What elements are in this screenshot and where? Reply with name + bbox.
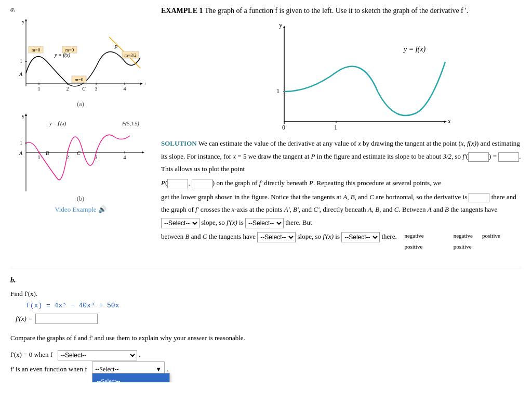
svg-text:A: A [19,150,23,156]
svg-marker-31 [142,151,144,153]
svg-marker-32 [25,113,27,116]
svg-text:4: 4 [124,154,126,160]
fpx-even-label: f' is an even function when f [10,365,87,373]
select-ab-sign[interactable]: --Select-- negative positive [245,218,284,228]
input-x-value[interactable] [468,152,489,162]
svg-text:y = f'(x): y = f'(x) [49,121,66,127]
dropdown-even-menu: --Select-- is increasing is decreasing i… [92,373,170,382]
input-p-x[interactable] [167,179,188,188]
svg-text:x: x [447,117,450,125]
svg-text:1: 1 [38,154,41,160]
svg-text:4: 4 [124,86,126,92]
right-panel: EXAMPLE 1 The graph of a function f is g… [161,5,522,252]
svg-text:B: B [46,150,49,156]
svg-text:C: C [82,86,86,92]
select-ab-slope[interactable]: --Select-- negative positive [161,218,200,228]
main-graph: x y 0 1 1 y = f(x) [232,20,450,130]
figure-b-graph: 1 2 3 4 y x 1 A B C y = f'(x) F [10,111,145,191]
fpx-input[interactable] [35,314,98,324]
solution-label: SOLUTION [161,139,197,147]
svg-text:1: 1 [334,124,337,130]
figure-b-label: (b) [10,195,151,203]
svg-marker-52 [444,121,447,123]
fx-formula: f(x) = 4x⁵ − 40x³ + 50x [26,301,522,309]
dropdown-option-select[interactable]: --Select-- [92,373,169,382]
input-p-y[interactable] [192,179,212,188]
svg-text:y: y [22,19,24,24]
svg-text:1: 1 [38,86,41,92]
part-b-label: b. [10,276,522,284]
fpx-zero-label: f'(x) = 0 when f [10,351,52,358]
figure-a-graph: 1 2 3 4 y x 1 A [10,16,145,97]
svg-text:0: 0 [282,124,285,130]
svg-text:m=3/2: m=3/2 [124,53,137,58]
example-description: The graph of a function f is given to th… [205,7,469,15]
svg-text:P: P [114,44,117,50]
figure-a-label: (a) [10,100,151,108]
select-bc-slope[interactable]: --Select-- negative positive [257,232,296,242]
svg-marker-3 [25,19,27,21]
left-panel: a. 1 2 3 4 y x [10,5,151,252]
svg-text:A: A [19,71,23,77]
select-fpx-zero[interactable]: --Select-- is increasing is decreasing i… [58,350,137,360]
svg-text:F(5,1.5): F(5,1.5) [122,121,139,127]
solution-section: SOLUTION We can estimate the value of th… [161,137,522,252]
find-fpx-label: Find f'(x). [10,290,522,298]
fpx-line: f'(x) = [16,314,522,324]
svg-text:y: y [22,113,24,119]
input-slope-value[interactable] [498,152,519,162]
svg-text:1: 1 [20,140,22,146]
svg-text:m=0: m=0 [75,77,84,82]
dropdown-even-container: --Select-- ▼ --Select-- is increasing is… [92,361,165,377]
svg-text:C: C [77,150,81,156]
svg-marker-2 [140,83,143,85]
svg-text:y: y [279,21,283,29]
main-graph-container: x y 0 1 1 y = f(x) [161,20,522,130]
svg-text:y = f(x): y = f(x) [54,52,71,58]
svg-text:y = f(x): y = f(x) [403,45,425,54]
input-derivative-zero[interactable] [469,193,489,202]
select-bc-sign[interactable]: --Select-- negative positive [341,232,380,242]
fpx-label: f'(x) = [16,315,33,323]
speaker-icon: 🔊 [98,205,107,213]
solution-text1: We can estimate the value of the derivat… [161,139,521,173]
part-b-section: b. Find f'(x). f(x) = 4x⁵ − 40x³ + 50x f… [10,268,522,377]
svg-text:1: 1 [20,58,22,64]
example-header: EXAMPLE 1 The graph of a function f is g… [161,5,522,16]
svg-text:m=0: m=0 [32,47,41,53]
svg-text:1: 1 [276,87,280,95]
svg-text:2: 2 [66,86,69,92]
svg-marker-53 [283,25,285,28]
svg-text:x: x [144,81,145,86]
compare-text: Compare the graphs of f and f' and use t… [10,332,522,377]
part-a-label: a. [10,5,151,14]
svg-text:3: 3 [95,86,98,92]
example-number: EXAMPLE 1 [161,7,203,15]
video-example-link[interactable]: Video Example 🔊 [10,205,151,214]
